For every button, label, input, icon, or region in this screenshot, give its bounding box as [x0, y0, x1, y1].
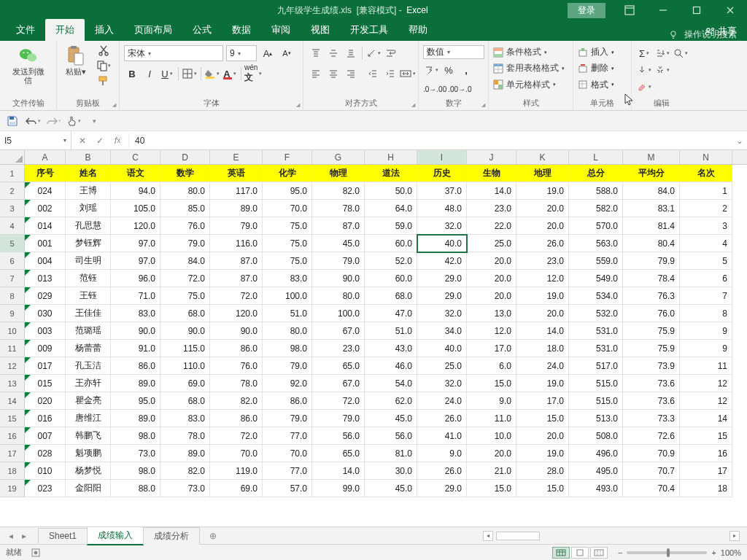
tab-page-layout[interactable]: 页面布局 — [124, 19, 182, 41]
data-cell[interactable]: 78.0 — [312, 200, 365, 217]
data-cell[interactable]: 75.0 — [160, 287, 210, 305]
data-cell[interactable]: 73.0 — [160, 480, 210, 497]
data-cell[interactable]: 14 — [680, 410, 732, 427]
data-cell[interactable]: 017 — [25, 357, 66, 375]
data-cell[interactable]: 116.0 — [210, 235, 263, 252]
data-cell[interactable]: 95.0 — [111, 392, 160, 410]
save-button[interactable] — [4, 113, 20, 129]
col-header-K[interactable]: K — [516, 150, 569, 164]
data-cell[interactable]: 20.0 — [467, 270, 516, 287]
col-header-A[interactable]: A — [25, 150, 66, 164]
data-cell[interactable]: 495.0 — [569, 462, 623, 480]
data-cell[interactable]: 12.0 — [516, 270, 569, 287]
data-cell[interactable]: 70.9 — [623, 445, 680, 462]
new-sheet-button[interactable]: ⊕ — [205, 528, 221, 544]
data-cell[interactable]: 588.0 — [569, 182, 623, 200]
data-cell[interactable]: 563.0 — [569, 235, 623, 252]
data-cell[interactable]: 69.0 — [160, 375, 210, 392]
col-header-B[interactable]: B — [66, 150, 111, 164]
data-cell[interactable]: 杨梦悦 — [66, 462, 111, 480]
data-cell[interactable]: 52.0 — [365, 252, 417, 270]
data-cell[interactable]: 68.0 — [160, 305, 210, 322]
data-cell[interactable]: 孔玉洁 — [66, 357, 111, 375]
data-cell[interactable]: 89.0 — [210, 200, 263, 217]
data-cell[interactable]: 70.0 — [210, 445, 263, 462]
data-cell[interactable]: 493.0 — [569, 480, 623, 497]
data-cell[interactable]: 51.0 — [365, 322, 417, 340]
data-cell[interactable]: 87.0 — [210, 252, 263, 270]
data-cell[interactable]: 19.0 — [516, 375, 569, 392]
data-cell[interactable]: 23.0 — [312, 340, 365, 357]
data-cell[interactable]: 100.0 — [312, 305, 365, 322]
data-cell[interactable]: 20.0 — [467, 287, 516, 305]
data-cell[interactable]: 72.0 — [210, 287, 263, 305]
data-cell[interactable]: 57.0 — [263, 480, 312, 497]
data-cell[interactable]: 72.0 — [160, 270, 210, 287]
decrease-indent-button[interactable] — [365, 66, 381, 82]
data-cell[interactable]: 21.0 — [467, 462, 516, 480]
maximize-button[interactable] — [680, 0, 713, 20]
data-cell[interactable]: 29.0 — [417, 287, 467, 305]
col-header-J[interactable]: J — [467, 150, 516, 164]
data-cell[interactable]: 12 — [680, 375, 732, 392]
data-cell[interactable]: 9 — [680, 340, 732, 357]
data-cell[interactable]: 28.0 — [516, 462, 569, 480]
data-cell[interactable]: 26.0 — [516, 235, 569, 252]
data-cell[interactable]: 32.0 — [417, 375, 467, 392]
data-cell[interactable]: 魁项鹏 — [66, 445, 111, 462]
data-cell[interactable]: 14.0 — [312, 462, 365, 480]
data-cell[interactable]: 12 — [680, 392, 732, 410]
view-page-break-button[interactable] — [590, 547, 608, 559]
header-cell[interactable]: 总分 — [569, 165, 623, 182]
row-header[interactable]: 8 — [0, 287, 25, 305]
col-header-C[interactable]: C — [111, 150, 160, 164]
data-cell[interactable]: 96.0 — [111, 270, 160, 287]
data-cell[interactable]: 60.0 — [365, 235, 417, 252]
sheet-tab-2[interactable]: 成绩分析 — [143, 527, 200, 545]
bold-button[interactable]: B — [124, 66, 140, 82]
data-cell[interactable]: 76.0 — [160, 217, 210, 235]
data-cell[interactable]: 杨蕾蕾 — [66, 340, 111, 357]
data-cell[interactable]: 32.0 — [417, 305, 467, 322]
data-cell[interactable]: 75.0 — [263, 252, 312, 270]
data-cell[interactable]: 金阳阳 — [66, 480, 111, 497]
data-cell[interactable]: 83.1 — [623, 200, 680, 217]
data-cell[interactable]: 75.0 — [263, 235, 312, 252]
data-cell[interactable]: 23.0 — [467, 200, 516, 217]
row-header[interactable]: 3 — [0, 200, 25, 217]
row-header[interactable]: 13 — [0, 375, 25, 392]
data-cell[interactable]: 582.0 — [569, 200, 623, 217]
data-cell[interactable]: 17.0 — [516, 392, 569, 410]
data-cell[interactable]: 51.0 — [263, 305, 312, 322]
data-cell[interactable]: 16 — [680, 445, 732, 462]
header-cell[interactable]: 地理 — [516, 165, 569, 182]
data-cell[interactable]: 32.0 — [417, 217, 467, 235]
data-cell[interactable]: 115.0 — [160, 340, 210, 357]
row-header[interactable]: 11 — [0, 340, 25, 357]
autosum-button[interactable]: Σ▾ — [636, 45, 652, 61]
row-header[interactable]: 2 — [0, 182, 25, 200]
data-cell[interactable]: 105.0 — [111, 200, 160, 217]
data-cell[interactable]: 17.0 — [467, 340, 516, 357]
data-cell[interactable]: 570.0 — [569, 217, 623, 235]
view-page-layout-button[interactable] — [571, 547, 589, 559]
data-cell[interactable]: 12.0 — [467, 322, 516, 340]
data-cell[interactable]: 100.0 — [263, 287, 312, 305]
format-painter-button[interactable] — [96, 74, 111, 88]
row-header[interactable]: 10 — [0, 322, 25, 340]
tab-review[interactable]: 审阅 — [261, 19, 301, 41]
header-cell[interactable]: 姓名 — [66, 165, 111, 182]
data-cell[interactable]: 19.0 — [516, 287, 569, 305]
delete-cells-button[interactable]: 删除▾ — [578, 61, 627, 75]
data-cell[interactable]: 71.0 — [111, 287, 160, 305]
header-cell[interactable]: 序号 — [25, 165, 66, 182]
data-cell[interactable]: 80.0 — [160, 182, 210, 200]
row-header[interactable]: 5 — [0, 235, 25, 252]
data-cell[interactable]: 98.0 — [263, 340, 312, 357]
close-button[interactable] — [713, 0, 747, 20]
find-select-button[interactable]: ▾ — [673, 45, 689, 61]
data-cell[interactable]: 007 — [25, 427, 66, 445]
align-right-button[interactable] — [343, 66, 359, 82]
insert-cells-button[interactable]: 插入▾ — [578, 45, 627, 59]
data-cell[interactable]: 515.0 — [569, 375, 623, 392]
